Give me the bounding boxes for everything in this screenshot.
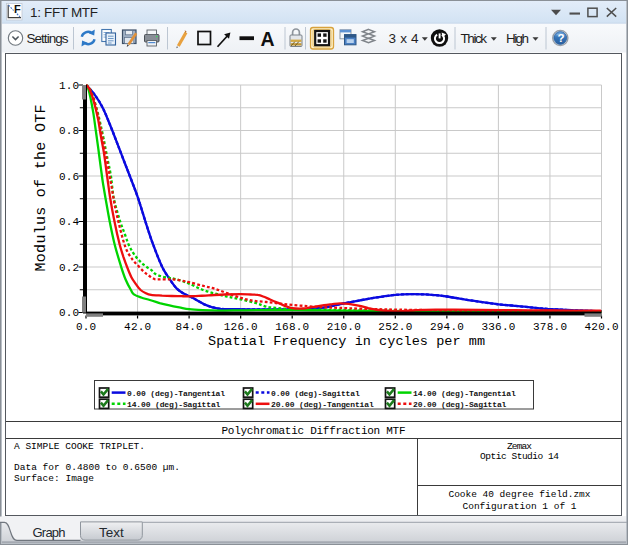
svg-text:0.0: 0.0 (76, 321, 96, 333)
svg-text:42.0: 42.0 (124, 321, 151, 333)
svg-text:378.0: 378.0 (533, 321, 567, 333)
svg-text:1: FFT MTF: 1: FFT MTF (30, 5, 98, 20)
svg-text:14.00 (deg)-Tangential: 14.00 (deg)-Tangential (413, 389, 516, 398)
svg-text:0.00 (deg)-Tangential: 0.00 (deg)-Tangential (127, 389, 225, 398)
svg-text:0.2: 0.2 (59, 262, 79, 274)
svg-text:3 x 4: 3 x 4 (389, 31, 419, 46)
svg-text:252.0: 252.0 (378, 321, 412, 333)
svg-text:420.0: 420.0 (585, 321, 619, 333)
svg-text:Text: Text (99, 525, 124, 540)
svg-text:0.00 (deg)-Sagittal: 0.00 (deg)-Sagittal (271, 389, 360, 398)
svg-text:0.6: 0.6 (59, 171, 79, 183)
svg-text:14.00 (deg)-Sagittal: 14.00 (deg)-Sagittal (127, 400, 221, 409)
svg-text:1.0: 1.0 (59, 80, 79, 92)
svg-text:20.00 (deg)-Tangential: 20.00 (deg)-Tangential (271, 400, 374, 409)
svg-text:Data for 0.4800 to 0.6500 µm.: Data for 0.4800 to 0.6500 µm. (14, 462, 180, 473)
svg-text:20.00 (deg)-Sagittal: 20.00 (deg)-Sagittal (413, 400, 507, 409)
svg-text:F: F (14, 3, 21, 15)
svg-text:A SIMPLE COOKE TRIPLET.: A SIMPLE COOKE TRIPLET. (14, 441, 145, 452)
svg-text:Graph: Graph (33, 525, 66, 540)
svg-text:Configuration 1 of 1: Configuration 1 of 1 (463, 501, 577, 512)
svg-text:294.0: 294.0 (430, 321, 464, 333)
svg-text:?: ? (558, 32, 565, 44)
svg-text:84.0: 84.0 (176, 321, 203, 333)
svg-text:210.0: 210.0 (327, 321, 361, 333)
svg-text:0.4: 0.4 (59, 216, 79, 228)
svg-text:0.0: 0.0 (59, 307, 79, 319)
svg-text:Settings: Settings (27, 31, 69, 46)
svg-text:Cooke 40 degree field.zmx: Cooke 40 degree field.zmx (449, 489, 591, 500)
svg-text:168.0: 168.0 (275, 321, 309, 333)
svg-text:Thick: Thick (461, 31, 488, 46)
svg-text:Modulus of the OTF: Modulus of the OTF (33, 105, 50, 272)
svg-text:Surface: Image: Surface: Image (14, 473, 94, 484)
svg-text:Optic Studio 14: Optic Studio 14 (480, 451, 559, 462)
svg-text:126.0: 126.0 (224, 321, 258, 333)
svg-text:Polychromatic Diffraction MTF: Polychromatic Diffraction MTF (222, 425, 406, 437)
svg-text:Spatial Frequency in cycles pe: Spatial Frequency in cycles per mm (208, 334, 485, 349)
svg-text:336.0: 336.0 (481, 321, 515, 333)
svg-text:A: A (261, 28, 275, 50)
svg-text:0.8: 0.8 (59, 125, 79, 137)
svg-text:High: High (506, 31, 529, 46)
